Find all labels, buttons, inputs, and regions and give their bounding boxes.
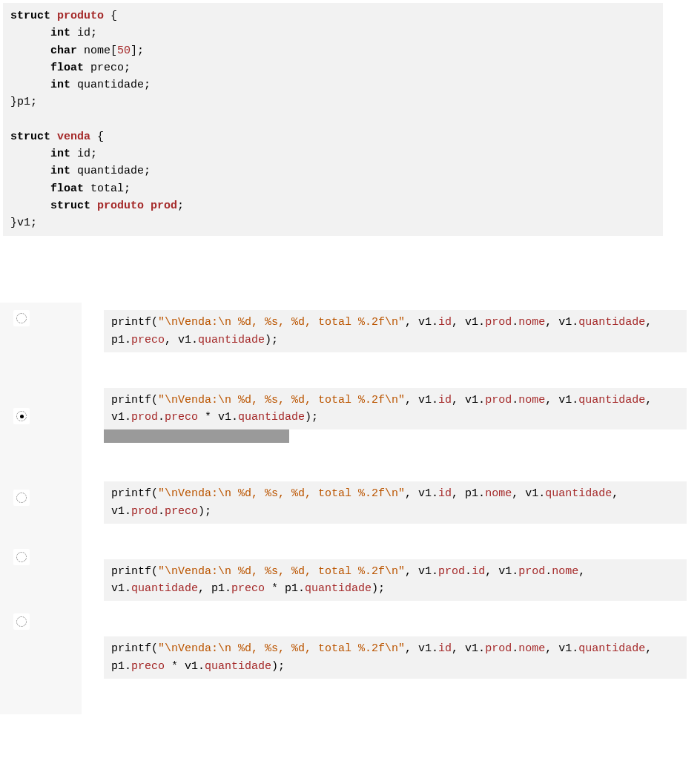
option-code-1: printf("\nVenda:\n %d, %s, %d, total %.2… bbox=[104, 310, 687, 352]
code-column: printf("\nVenda:\n %d, %s, %d, total %.2… bbox=[82, 303, 700, 714]
redacted-bar bbox=[104, 429, 289, 443]
radio-option-4[interactable] bbox=[13, 549, 30, 565]
radio-option-5[interactable] bbox=[13, 613, 30, 630]
radio-option-1[interactable] bbox=[13, 310, 30, 326]
radio-column bbox=[0, 303, 82, 714]
radio-option-3[interactable] bbox=[13, 490, 30, 506]
option-code-2: printf("\nVenda:\n %d, %s, %d, total %.2… bbox=[104, 388, 687, 430]
option-code-4: printf("\nVenda:\n %d, %s, %d, total %.2… bbox=[104, 559, 687, 602]
option-code-5: printf("\nVenda:\n %d, %s, %d, total %.2… bbox=[104, 636, 687, 679]
struct-definitions: struct produto { int id; char nome[50]; … bbox=[3, 3, 663, 236]
answer-options: printf("\nVenda:\n %d, %s, %d, total %.2… bbox=[0, 303, 700, 714]
radio-option-2[interactable] bbox=[13, 408, 30, 424]
option-code-3: printf("\nVenda:\n %d, %s, %d, total %.2… bbox=[104, 481, 687, 524]
